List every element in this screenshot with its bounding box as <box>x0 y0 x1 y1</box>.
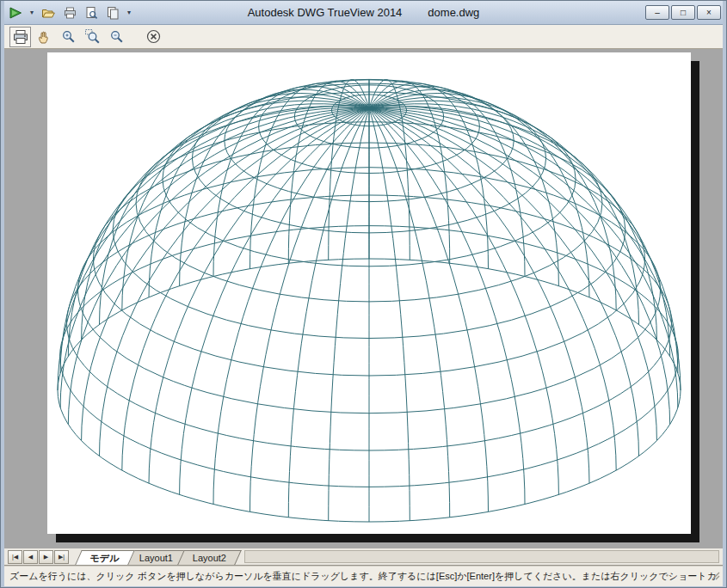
zoom-icon <box>60 28 77 46</box>
tab-next-button[interactable]: ▶ <box>39 550 53 564</box>
open-folder-icon <box>41 6 56 20</box>
app-title-text: Autodesk DWG TrueView 2014 <box>248 6 403 19</box>
drawing-canvas[interactable] <box>4 49 723 548</box>
app-window: ▾ <box>0 0 727 588</box>
publish-button[interactable] <box>103 3 122 22</box>
tab-model[interactable]: モデル <box>75 550 134 565</box>
open-button[interactable] <box>39 3 58 22</box>
paper <box>47 52 691 534</box>
zoom-original-button[interactable] <box>106 27 127 47</box>
resize-grip[interactable] <box>711 569 721 585</box>
close-preview-button[interactable] <box>143 27 164 47</box>
zoom-window-icon <box>84 28 102 46</box>
zoom-realtime-button[interactable] <box>58 27 79 47</box>
pan-button[interactable] <box>34 27 55 47</box>
tab-layout1-label: Layout1 <box>139 553 173 563</box>
zoom-window-button[interactable] <box>82 27 103 47</box>
preview-button[interactable] <box>82 3 101 22</box>
plot-printer-icon <box>63 6 77 20</box>
minimize-button[interactable]: – <box>645 5 669 20</box>
qat-dropdown-icon[interactable]: ▾ <box>125 9 133 16</box>
close-button[interactable]: × <box>697 5 721 20</box>
dome-wireframe <box>47 52 691 534</box>
zoom-original-icon <box>108 28 126 46</box>
toolbar-separator <box>130 27 140 47</box>
trueview-logo-icon <box>8 5 23 21</box>
plot-button[interactable] <box>60 3 79 22</box>
logo-dropdown-icon[interactable]: ▾ <box>28 9 36 16</box>
quick-access-toolbar: ▾ <box>4 3 133 22</box>
layout-tabs: モデル Layout1 Layout2 <box>78 550 234 565</box>
statusbar: ズームを行うには、クリック ボタンを押しながらカーソルを垂直にドラッグします。終… <box>4 566 723 586</box>
tab-last-button[interactable]: ▶| <box>54 550 69 564</box>
layout-tab-bar: |◀ ◀ ▶ ▶| モデル Layout1 Layout2 <box>4 548 723 566</box>
app-logo-icon[interactable] <box>6 3 25 22</box>
publish-sheets-icon <box>106 6 120 20</box>
tab-scroll-track[interactable] <box>244 550 719 563</box>
titlebar: ▾ <box>4 1 723 25</box>
resize-grip-icon <box>711 571 721 581</box>
document-title-text: dome.dwg <box>428 6 479 19</box>
tab-model-label: モデル <box>90 552 120 565</box>
maximize-button[interactable]: □ <box>671 5 695 20</box>
close-preview-icon <box>145 28 162 45</box>
window-controls: – □ × <box>645 5 723 20</box>
tab-prev-button[interactable]: ◀ <box>23 550 38 564</box>
status-message: ズームを行うには、クリック ボタンを押しながらカーソルを垂直にドラッグします。終… <box>9 570 718 583</box>
print-button[interactable] <box>9 27 31 47</box>
tab-layout2[interactable]: Layout2 <box>177 550 242 565</box>
tab-layout2-label: Layout2 <box>193 553 226 563</box>
printer-icon <box>12 28 29 46</box>
tab-first-button[interactable]: |◀ <box>8 550 22 564</box>
pan-hand-icon <box>36 28 53 46</box>
preview-toolbar <box>4 25 723 49</box>
print-preview-icon <box>84 6 99 20</box>
